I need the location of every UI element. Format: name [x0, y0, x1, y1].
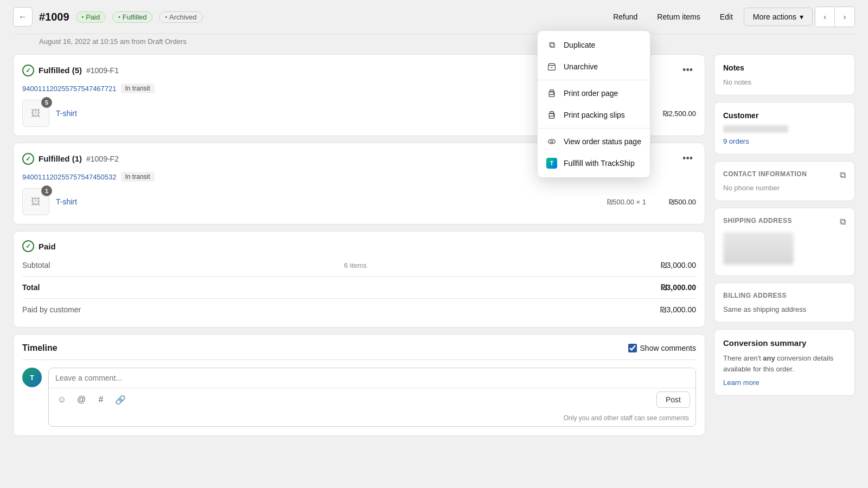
menu-item-print-order[interactable]: Print order page	[538, 82, 650, 104]
duplicate-icon: ⧉	[546, 40, 557, 50]
print-packing-icon	[546, 110, 557, 120]
dropdown-overlay[interactable]	[0, 0, 868, 488]
svg-point-3	[553, 93, 554, 94]
menu-item-view-status[interactable]: View order status page	[538, 131, 650, 152]
svg-rect-2	[550, 90, 553, 92]
eye-icon	[546, 136, 557, 147]
menu-item-duplicate[interactable]: ⧉ Duplicate	[538, 34, 650, 56]
trackship-icon: T	[546, 158, 557, 169]
svg-rect-1	[549, 94, 554, 97]
print-order-icon	[546, 88, 557, 99]
svg-point-6	[553, 114, 554, 115]
menu-item-trackship[interactable]: T Fullfill with TrackShip	[538, 152, 650, 174]
svg-point-8	[551, 140, 553, 143]
more-actions-dropdown: ⧉ Duplicate Unarchive Print order page P…	[537, 30, 650, 178]
menu-item-print-packing[interactable]: Print packing slips	[538, 104, 650, 126]
svg-rect-4	[549, 116, 554, 118]
svg-rect-5	[550, 112, 553, 114]
svg-point-7	[548, 139, 556, 144]
unarchive-icon	[546, 61, 557, 72]
menu-item-unarchive[interactable]: Unarchive	[538, 56, 650, 78]
